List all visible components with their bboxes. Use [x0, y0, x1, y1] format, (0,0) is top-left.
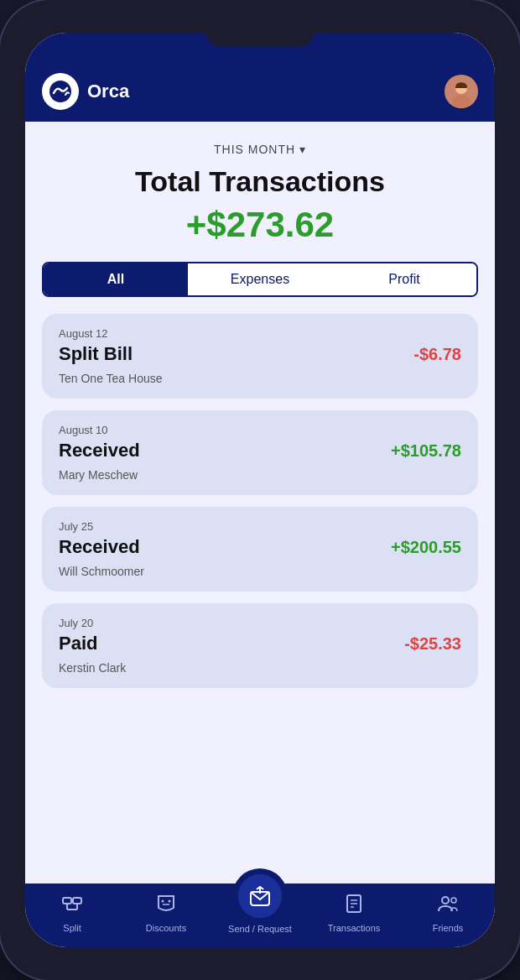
transaction-merchant: Ten One Tea House: [59, 372, 461, 385]
svg-point-18: [451, 898, 456, 903]
transaction-date: July 25: [59, 520, 461, 533]
transaction-merchant: Will Schmoomer: [59, 565, 461, 578]
header-left: Orca: [42, 73, 129, 110]
transaction-row: Received +$200.55: [59, 536, 461, 558]
main-content: THIS MONTH ▾ Total Transactions +$273.62…: [25, 122, 495, 884]
nav-item-split[interactable]: Split: [25, 893, 119, 933]
svg-rect-4: [73, 898, 81, 904]
transaction-type: Paid: [59, 633, 97, 654]
discount-icon: [155, 893, 177, 920]
transaction-card[interactable]: July 25 Received +$200.55 Will Schmoomer: [42, 507, 478, 592]
transaction-card[interactable]: July 20 Paid -$25.33 Kerstin Clark: [42, 603, 478, 688]
transaction-amount: +$200.55: [391, 538, 461, 557]
tabs-container: All Expenses Profit: [42, 262, 478, 297]
nav-item-friends[interactable]: Friends: [401, 893, 495, 933]
transaction-date: August 10: [59, 424, 461, 436]
nav-item-send-request[interactable]: Send / Request: [213, 892, 307, 934]
phone-notch: [205, 23, 315, 47]
period-selector[interactable]: THIS MONTH ▾: [42, 142, 478, 157]
phone-frame: Orca THIS MONTH ▾ Total Transactions: [0, 0, 520, 980]
tab-profit[interactable]: Profit: [332, 263, 476, 295]
nav-label-split: Split: [63, 923, 81, 933]
transaction-row: Paid -$25.33: [59, 633, 461, 654]
nav-label-discounts: Discounts: [146, 923, 186, 933]
svg-point-0: [49, 81, 71, 102]
transaction-amount: -$25.33: [404, 634, 461, 654]
transaction-amount: -$6.78: [413, 345, 461, 364]
transaction-card[interactable]: August 12 Split Bill -$6.78 Ten One Tea …: [42, 314, 478, 399]
total-amount: +$273.62: [42, 205, 478, 245]
logo-icon: [42, 73, 79, 110]
split-icon: [61, 893, 83, 920]
transactions-list: August 12 Split Bill -$6.78 Ten One Tea …: [42, 314, 478, 688]
svg-point-8: [162, 900, 164, 903]
transaction-type: Received: [59, 440, 140, 461]
nav-item-transactions[interactable]: Transactions: [307, 893, 401, 933]
tab-all[interactable]: All: [44, 263, 188, 295]
transactions-icon: [343, 893, 365, 920]
nav-item-discounts[interactable]: Discounts: [119, 893, 213, 933]
page-title: Total Transactions: [42, 165, 478, 198]
svg-point-9: [169, 900, 171, 903]
transaction-amount: +$105.78: [391, 441, 461, 461]
transaction-row: Received +$105.78: [59, 440, 461, 461]
send-request-icon: [236, 872, 284, 920]
nav-label-transactions: Transactions: [328, 923, 381, 933]
tab-expenses[interactable]: Expenses: [188, 263, 332, 295]
transaction-merchant: Kerstin Clark: [59, 661, 461, 675]
transaction-type: Received: [59, 536, 140, 558]
nav-label-friends: Friends: [433, 923, 464, 933]
nav-label-send-request: Send / Request: [228, 924, 292, 934]
svg-rect-3: [63, 898, 71, 904]
app-title: Orca: [87, 81, 129, 102]
bottom-nav: Split Discounts: [25, 884, 495, 947]
transaction-date: August 12: [59, 327, 461, 340]
transaction-row: Split Bill -$6.78: [59, 343, 461, 365]
transaction-type: Split Bill: [59, 343, 133, 365]
transaction-date: July 20: [59, 617, 461, 629]
friends-icon: [437, 893, 459, 920]
transaction-card[interactable]: August 10 Received +$105.78 Mary Meschew: [42, 410, 478, 495]
svg-point-2: [452, 95, 471, 107]
transaction-merchant: Mary Meschew: [59, 468, 461, 482]
avatar[interactable]: [445, 75, 478, 108]
period-label: THIS MONTH ▾: [214, 143, 306, 156]
svg-point-17: [442, 897, 449, 904]
phone-screen: Orca THIS MONTH ▾ Total Transactions: [25, 33, 495, 947]
